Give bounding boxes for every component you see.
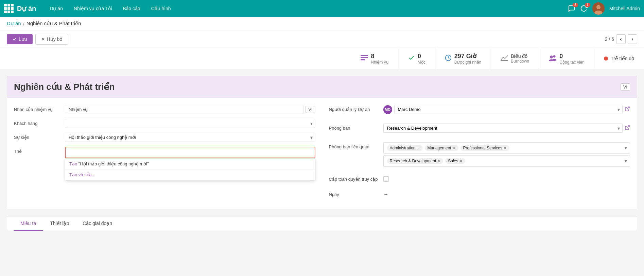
event-field: Sự kiện	[14, 133, 62, 140]
tag-sales-remove[interactable]: ✕	[459, 159, 463, 163]
late-icon	[604, 56, 608, 61]
app-grid-icon[interactable]	[4, 4, 14, 13]
svg-rect-9	[501, 60, 508, 61]
burndown-label: Biểu đồ	[511, 53, 529, 59]
topnav-right: 5 1 Mitchell Admin	[568, 2, 640, 15]
milestones-label: Mốc	[418, 60, 425, 65]
top-menu: Dự án Nhiệm vụ của Tôi Báo cáo Cấu hình	[44, 0, 176, 17]
activity-button[interactable]: 1	[580, 5, 588, 12]
task-label-field: Nhãn của nhiệm vụ	[14, 105, 62, 112]
breadcrumb: Dự án / Nghiên cứu & Phát triển	[0, 17, 644, 30]
tag-r-and-d-remove[interactable]: ✕	[437, 159, 440, 163]
full-access-field: Cấp toàn quyền truy cập	[329, 177, 383, 182]
stats-hours[interactable]: 297 Giờ Được ghi nhận	[435, 48, 491, 69]
tasks-label: Nhiệm vụ	[371, 60, 388, 65]
hours-icon	[445, 54, 452, 63]
tasks-count: 8	[371, 53, 388, 60]
project-title-area: VI	[7, 76, 637, 98]
tag-management: Management ✕	[425, 145, 458, 151]
department-external-link[interactable]	[625, 125, 630, 132]
stats-milestones[interactable]: 0 Mốc	[399, 48, 435, 69]
hours-label: Được ghi nhận	[454, 60, 481, 65]
activity-badge: 1	[585, 3, 590, 7]
tags-row: Thẻ Tạo "Hội thảo giới thiệu công nghệ m…	[14, 147, 315, 158]
department-row: Phòng ban ▾	[329, 124, 630, 133]
svg-line-15	[627, 126, 629, 128]
task-label-lang[interactable]: VI	[306, 106, 315, 113]
tag-professional-services: Professional Services ✕	[460, 145, 509, 151]
form-right: Người quản lý Dự án MD ▾ Phòng ban	[329, 105, 630, 202]
manager-input[interactable]	[394, 105, 623, 114]
tag-professional-services-remove[interactable]: ✕	[504, 146, 507, 150]
task-label-input[interactable]	[65, 105, 303, 114]
manager-field: Người quản lý Dự án	[329, 107, 383, 112]
menu-item-cau-hinh[interactable]: Cấu hình	[146, 0, 176, 17]
user-avatar[interactable]	[592, 2, 605, 15]
breadcrumb-current: Nghiên cứu & Phát triển	[27, 20, 81, 27]
date-row: Ngày →	[329, 191, 630, 197]
lang-badge[interactable]: VI	[621, 83, 630, 91]
menu-item-bao-cao[interactable]: Báo cáo	[117, 0, 145, 17]
event-row: Sự kiện ▾	[14, 133, 315, 142]
dropdown-create[interactable]: Tạo "Hội thảo giới thiệu công nghệ mới"	[65, 159, 315, 169]
customer-row: Khách hàng	[14, 119, 315, 128]
full-access-checkbox[interactable]	[383, 176, 389, 182]
related-depts-row: Phòng ban liên quan Administration ✕ Man…	[329, 142, 630, 167]
task-label-row: Nhãn của nhiệm vụ VI	[14, 105, 315, 114]
stats-collaborators[interactable]: 0 Cộng tác viên	[539, 48, 594, 69]
tag-management-remove[interactable]: ✕	[453, 146, 456, 150]
user-name[interactable]: Mitchell Admin	[609, 6, 640, 11]
stats-late[interactable]: Trễ tiến độ	[594, 48, 644, 69]
related-depts-container-2[interactable]: Research & Development ✕ Sales ✕ ▾	[383, 155, 630, 167]
dropdown-create-edit[interactable]: Tạo và sửa...	[65, 169, 315, 180]
svg-line-14	[627, 107, 629, 109]
pagination-area: 2 / 6 ‹ ›	[605, 34, 637, 44]
related-depts-container[interactable]: Administration ✕ Management ✕ Profession…	[383, 142, 630, 154]
svg-rect-6	[361, 57, 368, 58]
customer-field: Khách hàng	[14, 119, 62, 126]
cancel-button[interactable]: Hủy bỏ	[35, 34, 69, 45]
related-depts-field: Phòng ban liên quan	[329, 142, 383, 149]
stats-burndown[interactable]: Biểu đồ Burndown	[491, 48, 539, 69]
tab-phases[interactable]: Các giai đoạn	[76, 216, 119, 231]
event-input[interactable]	[65, 133, 315, 142]
menu-item-du-an[interactable]: Dự án	[44, 0, 68, 17]
main-content: VI Nhãn của nhiệm vụ VI Khách hàng	[0, 69, 644, 238]
collaborators-label: Cộng tác viên	[559, 60, 585, 65]
date-field: Ngày	[329, 192, 383, 197]
tag-administration-remove[interactable]: ✕	[417, 146, 420, 150]
svg-point-10	[550, 55, 553, 59]
action-bar: Lưu Hủy bỏ 2 / 6 ‹ ›	[0, 30, 644, 48]
manager-row: Người quản lý Dự án MD ▾	[329, 105, 630, 114]
messages-button[interactable]: 5	[568, 5, 575, 12]
tags-input[interactable]	[65, 147, 315, 158]
app-name: Dự án	[17, 4, 36, 13]
svg-point-1	[596, 5, 601, 9]
tags-dropdown: Tạo "Hội thảo giới thiệu công nghệ mới" …	[65, 158, 315, 180]
tag-sales: Sales ✕	[445, 158, 465, 164]
department-input[interactable]	[383, 124, 623, 133]
pagination-text: 2 / 6	[605, 36, 614, 42]
burndown-sub: Burndown	[511, 59, 529, 64]
project-title-input[interactable]	[14, 82, 621, 92]
breadcrumb-parent[interactable]: Dự án	[7, 20, 21, 27]
stats-tasks[interactable]: 8 Nhiệm vụ	[351, 48, 398, 69]
tasks-icon	[361, 55, 368, 63]
tabs-bar: Miêu tả Thiết lập Các giai đoạn	[7, 216, 637, 231]
save-button[interactable]: Lưu	[7, 34, 33, 44]
full-access-row: Cấp toàn quyền truy cập	[329, 176, 630, 182]
svg-point-13	[552, 59, 556, 61]
customer-select[interactable]	[65, 119, 315, 128]
menu-item-nhiem-vu[interactable]: Nhiệm vụ của Tôi	[68, 0, 117, 17]
svg-point-12	[553, 55, 556, 58]
manager-external-link[interactable]	[625, 106, 630, 113]
milestones-count: 0	[418, 53, 425, 60]
svg-rect-7	[361, 59, 365, 60]
tab-description[interactable]: Miêu tả	[14, 216, 43, 231]
next-page-button[interactable]: ›	[628, 34, 637, 44]
stats-bar: 8 Nhiệm vụ 0 Mốc 297 Giờ Được ghi nhận B…	[0, 48, 644, 69]
tab-settings[interactable]: Thiết lập	[43, 216, 76, 231]
form-area: Nhãn của nhiệm vụ VI Khách hàng Sự kiện	[7, 98, 637, 209]
hours-count: 297 Giờ	[454, 52, 481, 60]
prev-page-button[interactable]: ‹	[616, 34, 626, 44]
